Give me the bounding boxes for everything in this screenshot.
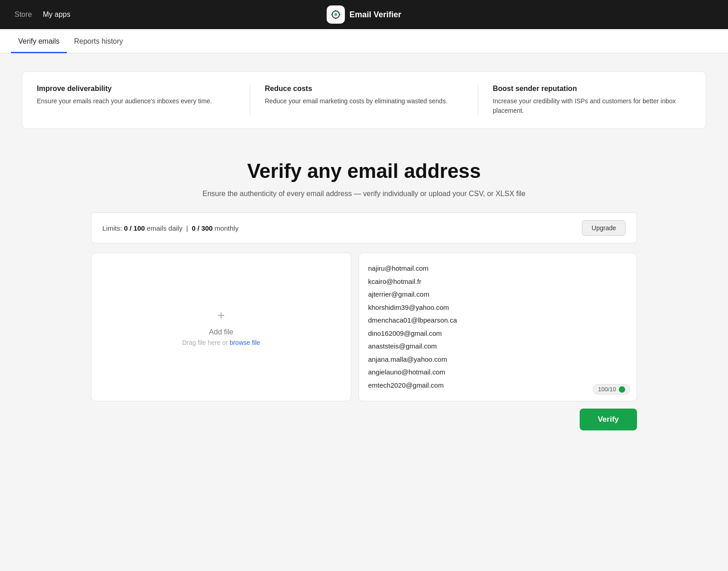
feature-item-costs: Reduce costs Reduce your email marketing…: [250, 85, 478, 116]
main-content: Verify any email address Ensure the auth…: [0, 129, 728, 449]
app-header: Store My apps Email Verifier: [0, 0, 728, 29]
input-area: + Add file Drag file here or browse file…: [91, 253, 637, 401]
list-item: ajterrier@gmail.com: [368, 288, 627, 301]
myapps-link[interactable]: My apps: [43, 10, 70, 19]
tab-reports-history[interactable]: Reports history: [67, 29, 131, 53]
hero-section: Verify any email address Ensure the auth…: [91, 138, 637, 212]
browse-link[interactable]: browse file: [230, 339, 260, 346]
list-item: kcairo@hotmail.fr: [368, 275, 627, 288]
list-item: anjana.malla@yahoo.com: [368, 353, 627, 366]
plus-icon: +: [217, 308, 225, 323]
header-center: Email Verifier: [327, 5, 401, 24]
add-file-label: Add file: [209, 328, 233, 336]
store-link[interactable]: Store: [15, 10, 32, 19]
counter-badge: 100/10: [593, 384, 630, 394]
limits-bar: Limits: 0 / 100 emails daily | 0 / 300 m…: [91, 212, 637, 243]
tabs-bar: Verify emails Reports history: [0, 29, 728, 53]
verify-button[interactable]: Verify: [580, 409, 637, 430]
feature-desc-reputation: Increase your credibility with ISPs and …: [493, 96, 691, 116]
feature-desc-costs: Reduce your email marketing costs by eli…: [265, 96, 463, 106]
feature-title-deliverability: Improve deliverability: [37, 85, 235, 93]
list-item: khorshidim39@yahoo.com: [368, 301, 627, 314]
tab-verify-emails[interactable]: Verify emails: [11, 29, 67, 53]
list-item: emtech2020@gmail.com: [368, 379, 627, 392]
app-title: Email Verifier: [349, 10, 401, 20]
feature-desc-deliverability: Ensure your emails reach your audience's…: [37, 96, 235, 106]
app-icon: [327, 5, 345, 24]
list-item: dmenchaca01@lbpearson.ca: [368, 314, 627, 327]
feature-title-reputation: Boost sender reputation: [493, 85, 691, 93]
list-item: najiru@hotmail.com: [368, 262, 627, 275]
list-item: angielauno@hotmail.com: [368, 366, 627, 379]
hero-title: Verify any email address: [102, 160, 626, 182]
header-nav: Store My apps: [15, 10, 71, 19]
counter-value: 100/10: [598, 386, 616, 393]
feature-item-deliverability: Improve deliverability Ensure your email…: [22, 85, 250, 116]
upgrade-button[interactable]: Upgrade: [582, 220, 626, 236]
verify-row: Verify: [91, 409, 637, 430]
file-upload-zone[interactable]: + Add file Drag file here or browse file: [91, 253, 351, 401]
email-list-container[interactable]: najiru@hotmail.comkcairo@hotmail.frajter…: [359, 253, 637, 401]
email-list: najiru@hotmail.comkcairo@hotmail.frajter…: [368, 262, 627, 392]
svg-point-2: [334, 13, 337, 16]
drag-text: Drag file here or browse file: [182, 339, 260, 346]
list-item: dino162009@gmail.com: [368, 327, 627, 340]
limits-text: Limits: 0 / 100 emails daily | 0 / 300 m…: [102, 224, 238, 232]
feature-banner: Improve deliverability Ensure your email…: [22, 71, 706, 129]
counter-dot: [619, 386, 625, 393]
feature-title-costs: Reduce costs: [265, 85, 463, 93]
feature-item-reputation: Boost sender reputation Increase your cr…: [478, 85, 706, 116]
hero-subtitle: Ensure the authenticity of every email a…: [102, 190, 626, 198]
list-item: anaststeis@gmail.com: [368, 340, 627, 353]
